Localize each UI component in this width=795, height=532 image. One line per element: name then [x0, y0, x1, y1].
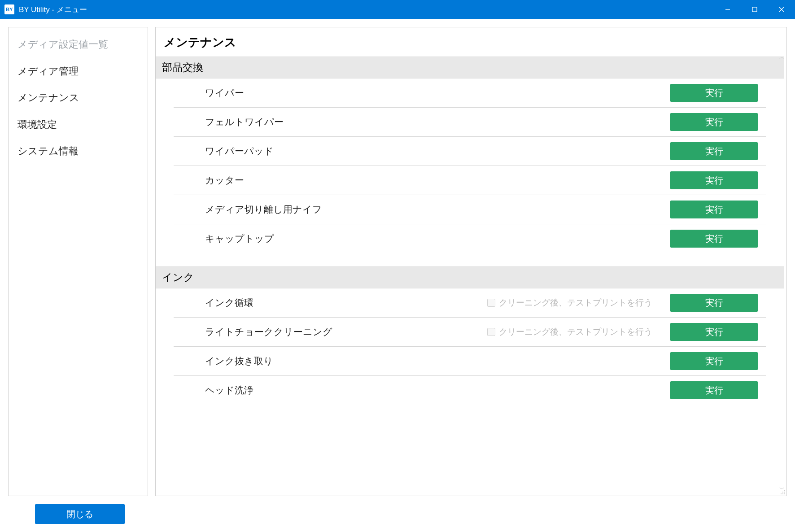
- window-controls: [714, 0, 795, 19]
- app-icon: BY: [4, 4, 14, 14]
- maximize-button[interactable]: [741, 0, 768, 19]
- row-media-separation-knife-label: メディア切り離し用ナイフ: [205, 203, 661, 216]
- row-light-choke-cleaning-execute-button[interactable]: 実行: [670, 323, 758, 341]
- svg-point-5: [782, 492, 783, 493]
- row-felt-wiper-label: フェルトワイパー: [205, 116, 661, 128]
- footer: 閉じる: [0, 504, 795, 532]
- svg-point-6: [784, 492, 785, 493]
- row-cutter-execute-button[interactable]: 実行: [670, 171, 758, 189]
- row-wiper-pad-label: ワイパーパッド: [205, 145, 661, 157]
- sidebar-item-system-info[interactable]: システム情報: [9, 138, 148, 165]
- close-button[interactable]: 閉じる: [35, 504, 125, 524]
- scroll-up-icon: ︿: [779, 53, 785, 61]
- row-head-wash-label: ヘッド洗浄: [205, 384, 661, 397]
- row-ink-circulation: インク循環クリーニング後、テストプリントを行う実行: [174, 288, 766, 318]
- row-cap-top-execute-button[interactable]: 実行: [670, 230, 758, 248]
- row-media-separation-knife: メディア切り離し用ナイフ実行: [174, 195, 766, 224]
- row-media-separation-knife-execute-button[interactable]: 実行: [670, 201, 758, 218]
- row-ink-drain-execute-button[interactable]: 実行: [670, 352, 758, 370]
- close-window-button[interactable]: [768, 0, 795, 19]
- row-cutter-label: カッター: [205, 174, 661, 187]
- sidebar-item-media-management[interactable]: メディア管理: [9, 58, 148, 85]
- sidebar: メディア設定値一覧メディア管理メンテナンス環境設定システム情報: [8, 27, 148, 496]
- section-parts-replacement: 部品交換ワイパー実行フェルトワイパー実行ワイパーパッド実行カッター実行メディア切…: [156, 57, 784, 253]
- row-felt-wiper-execute-button[interactable]: 実行: [670, 113, 758, 131]
- row-light-choke-cleaning-checkbox: クリーニング後、テストプリントを行う: [487, 326, 652, 338]
- row-cap-top-label: キャップトップ: [205, 232, 661, 245]
- titlebar: BY BY Utility - メニュー: [0, 0, 795, 19]
- window-title: BY Utility - メニュー: [19, 4, 714, 15]
- row-light-choke-cleaning-checkbox-label: クリーニング後、テストプリントを行う: [499, 326, 652, 338]
- sidebar-item-maintenance[interactable]: メンテナンス: [9, 84, 148, 111]
- row-ink-circulation-label: インク循環: [205, 297, 478, 309]
- row-wiper-pad: ワイパーパッド実行: [174, 137, 766, 166]
- row-wiper: ワイパー実行: [174, 78, 766, 108]
- sidebar-item-media-settings-list: メディア設定値一覧: [9, 31, 148, 58]
- row-wiper-execute-button[interactable]: 実行: [670, 84, 758, 102]
- svg-point-7: [781, 493, 782, 494]
- row-head-wash-execute-button[interactable]: 実行: [670, 381, 758, 399]
- main-panel: メンテナンス 部品交換ワイパー実行フェルトワイパー実行ワイパーパッド実行カッター…: [155, 27, 787, 496]
- row-wiper-pad-execute-button[interactable]: 実行: [670, 142, 758, 160]
- content: メディア設定値一覧メディア管理メンテナンス環境設定システム情報 メンテナンス 部…: [0, 19, 795, 504]
- page-title: メンテナンス: [156, 27, 786, 57]
- svg-point-9: [784, 493, 785, 494]
- row-ink-circulation-checkbox-label: クリーニング後、テストプリントを行う: [499, 297, 652, 309]
- section-parts-replacement-header: 部品交換: [156, 57, 784, 78]
- section-ink: インクインク循環クリーニング後、テストプリントを行う実行ライトチョーククリーニン…: [156, 266, 784, 405]
- row-ink-circulation-checkbox: クリーニング後、テストプリントを行う: [487, 297, 652, 309]
- row-ink-circulation-checkbox-input: [487, 299, 495, 307]
- row-light-choke-cleaning-checkbox-input: [487, 328, 495, 336]
- row-cutter: カッター実行: [174, 166, 766, 195]
- sidebar-item-preferences[interactable]: 環境設定: [9, 111, 148, 138]
- section-ink-header: インク: [156, 266, 784, 288]
- scroll-area[interactable]: 部品交換ワイパー実行フェルトワイパー実行ワイパーパッド実行カッター実行メディア切…: [156, 57, 786, 496]
- svg-point-8: [782, 493, 783, 494]
- row-ink-circulation-execute-button[interactable]: 実行: [670, 294, 758, 312]
- svg-point-4: [784, 490, 785, 491]
- row-ink-drain: インク抜き取り実行: [174, 347, 766, 376]
- row-cap-top: キャップトップ実行: [174, 224, 766, 253]
- row-light-choke-cleaning: ライトチョーククリーニングクリーニング後、テストプリントを行う実行: [174, 318, 766, 347]
- row-light-choke-cleaning-label: ライトチョーククリーニング: [205, 326, 478, 338]
- svg-rect-1: [752, 7, 757, 12]
- row-wiper-label: ワイパー: [205, 87, 661, 99]
- row-ink-drain-label: インク抜き取り: [205, 355, 661, 367]
- resize-grip-icon[interactable]: [778, 488, 786, 495]
- row-head-wash: ヘッド洗浄実行: [174, 376, 766, 405]
- row-felt-wiper: フェルトワイパー実行: [174, 108, 766, 137]
- minimize-button[interactable]: [714, 0, 741, 19]
